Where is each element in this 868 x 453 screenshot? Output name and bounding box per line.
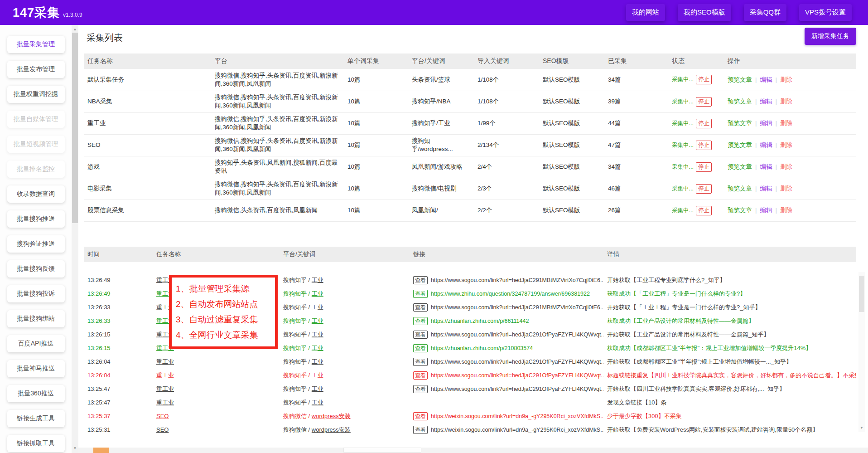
sidebar-item[interactable]: 批量神马推送	[7, 360, 65, 377]
scroll-down-icon[interactable]: ▼	[72, 445, 78, 452]
view-button[interactable]: 查看	[413, 276, 428, 284]
log-url[interactable]: https://www.sogou.com/link?url=hedJjaC29…	[431, 277, 603, 283]
log-keyword-link[interactable]: 工业	[312, 358, 323, 365]
edit-link[interactable]: 编辑	[760, 120, 772, 127]
sidebar-item[interactable]: 批量自媒体管理	[7, 111, 65, 128]
view-button[interactable]: 查看	[413, 358, 428, 366]
log-keyword-link[interactable]: wordpress安装	[312, 426, 351, 433]
log-scrollbar[interactable]: ▼	[858, 272, 865, 432]
sidebar-item[interactable]: 百度API推送	[7, 335, 65, 352]
log-task-link[interactable]: SEO	[156, 426, 169, 433]
edit-link[interactable]: 编辑	[760, 76, 772, 83]
log-keyword-link[interactable]: 工业	[312, 304, 323, 311]
stop-button[interactable]: 停止	[696, 162, 712, 172]
sidebar-item[interactable]: 搜狗验证推送	[7, 235, 65, 253]
add-task-button[interactable]: 新增采集任务	[805, 28, 856, 45]
horizontal-scrollbar-thumb-orange[interactable]	[93, 448, 109, 453]
log-url[interactable]: https://www.sogou.com/link?url=hedJjaC29…	[431, 372, 603, 379]
log-task-link[interactable]: SEO	[156, 413, 169, 419]
log-url[interactable]: https://www.sogou.com/link?url=hedJjaC29…	[431, 359, 603, 365]
log-keyword-link[interactable]: 工业	[312, 317, 323, 324]
log-url[interactable]: https://zhuanlan.zhihu.com/p/66111442	[431, 318, 529, 324]
log-keyword-link[interactable]: 工业	[312, 345, 323, 351]
log-url[interactable]: https://www.sogou.com/link?url=hedJjaC29…	[431, 331, 603, 338]
sidebar-item[interactable]: 批量短视频管理	[7, 136, 65, 153]
view-button[interactable]: 查看	[413, 385, 428, 393]
log-keyword-link[interactable]: wordpress安装	[312, 413, 351, 419]
stop-button[interactable]: 停止	[696, 206, 712, 215]
edit-link[interactable]: 编辑	[760, 185, 772, 192]
sidebar-item[interactable]: 批量采集管理	[7, 36, 65, 53]
sidebar-item[interactable]: 批量权重词挖掘	[7, 86, 65, 103]
preview-article-link[interactable]: 预览文章	[728, 120, 752, 127]
delete-link[interactable]: 删除	[780, 141, 792, 148]
log-url[interactable]: https://www.zhihu.com/question/324787199…	[431, 291, 590, 297]
sidebar-item[interactable]: 批量360推送	[7, 385, 65, 402]
log-keyword-link[interactable]: 工业	[312, 372, 323, 379]
view-button[interactable]: 查看	[413, 317, 428, 325]
log-url[interactable]: https://www.sogou.com/link?url=hedJjaC29…	[431, 386, 603, 392]
log-keyword-link[interactable]: 工业	[312, 277, 323, 283]
log-task-link[interactable]: 重工业	[156, 372, 174, 379]
view-button[interactable]: 查看	[413, 331, 428, 339]
preview-article-link[interactable]: 预览文章	[728, 76, 752, 83]
preview-article-link[interactable]: 预览文章	[728, 98, 752, 105]
sidebar-item[interactable]: 链接抓取工具	[7, 435, 65, 452]
sidebar-item[interactable]: 批量搜狗推送	[7, 210, 65, 228]
log-url[interactable]: https://zhuanlan.zhihu.com/p/210803574	[431, 345, 533, 351]
stop-button[interactable]: 停止	[696, 75, 712, 84]
top-nav-item[interactable]: 我的网站	[626, 4, 665, 21]
delete-link[interactable]: 删除	[780, 163, 792, 170]
log-keyword-link[interactable]: 工业	[312, 385, 323, 392]
top-nav-item[interactable]: VPS拨号设置	[799, 4, 852, 21]
stop-button[interactable]: 停止	[696, 97, 712, 107]
scroll-up-icon[interactable]: ▲	[72, 26, 78, 33]
log-task-link[interactable]: 重工业	[156, 358, 174, 365]
stop-button[interactable]: 停止	[696, 119, 712, 128]
view-button[interactable]: 查看	[413, 412, 428, 420]
sidebar-item[interactable]: 批量排名监控	[7, 161, 65, 178]
top-nav-item[interactable]: 我的SEO模版	[678, 4, 731, 21]
view-button[interactable]: 查看	[413, 344, 428, 352]
log-task-link[interactable]: 重工业	[156, 399, 174, 406]
preview-article-link[interactable]: 预览文章	[728, 163, 752, 170]
log-url[interactable]: https://www.sogou.com/link?url=hedJjaC29…	[431, 304, 603, 311]
sidebar-item[interactable]: 收录数据查询	[7, 185, 65, 203]
sidebar-scrollbar[interactable]: ▲ ▼	[72, 25, 78, 453]
log-scroll-down-icon[interactable]: ▼	[858, 426, 865, 430]
stop-button[interactable]: 停止	[696, 184, 712, 194]
edit-link[interactable]: 编辑	[760, 98, 772, 105]
horizontal-scrollbar-thumb[interactable]	[343, 448, 421, 453]
preview-article-link[interactable]: 预览文章	[728, 185, 752, 192]
preview-article-link[interactable]: 预览文章	[728, 207, 752, 214]
preview-article-link[interactable]: 预览文章	[728, 141, 752, 148]
log-keyword-link[interactable]: 工业	[312, 331, 323, 338]
log-scrollbar-thumb[interactable]	[859, 276, 864, 312]
delete-link[interactable]: 删除	[780, 76, 792, 83]
view-button[interactable]: 查看	[413, 290, 428, 298]
horizontal-scrollbar[interactable]	[78, 448, 868, 453]
delete-link[interactable]: 删除	[780, 185, 792, 192]
log-url[interactable]: https://weixin.sogou.com/link?url=dn9a_-…	[431, 427, 603, 433]
view-button[interactable]: 查看	[413, 371, 428, 380]
edit-link[interactable]: 编辑	[760, 163, 772, 170]
sidebar-item[interactable]: 批量搜狗投诉	[7, 285, 65, 302]
sidebar-scrollbar-thumb[interactable]	[72, 33, 78, 223]
sidebar-item[interactable]: 批量搜狗反馈	[7, 260, 65, 278]
view-button[interactable]: 查看	[413, 303, 428, 312]
delete-link[interactable]: 删除	[780, 98, 792, 105]
view-button[interactable]: 查看	[413, 426, 428, 434]
stop-button[interactable]: 停止	[696, 141, 712, 150]
sidebar-item[interactable]: 链接生成工具	[7, 410, 65, 427]
delete-link[interactable]: 删除	[780, 207, 792, 214]
log-keyword-link[interactable]: 工业	[312, 399, 323, 406]
log-url[interactable]: https://weixin.sogou.com/link?url=dn9a_-…	[431, 413, 603, 419]
delete-link[interactable]: 删除	[780, 120, 792, 127]
log-keyword-link[interactable]: 工业	[312, 290, 323, 297]
edit-link[interactable]: 编辑	[760, 141, 772, 148]
edit-link[interactable]: 编辑	[760, 207, 772, 214]
top-nav-item[interactable]: 采集QQ群	[744, 4, 786, 21]
sidebar-item[interactable]: 批量发布管理	[7, 61, 65, 78]
log-task-link[interactable]: 重工业	[156, 385, 174, 392]
sidebar-item[interactable]: 批量搜狗绑站	[7, 310, 65, 327]
